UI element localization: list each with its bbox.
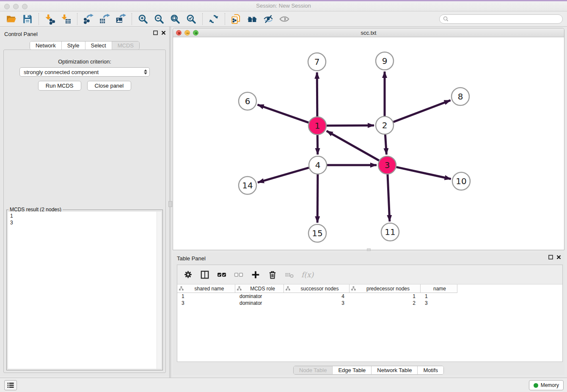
- export-image-icon[interactable]: [113, 13, 128, 25]
- network-resize-grip[interactable]: [367, 248, 371, 251]
- graph-edge-4-14[interactable]: [258, 168, 309, 182]
- status-bar: Memory: [0, 378, 567, 392]
- run-mcds-button[interactable]: Run MCDS: [38, 81, 81, 91]
- mcds-result-lines: 13: [10, 213, 154, 226]
- cell-name[interactable]: 1: [421, 293, 457, 299]
- export-network-icon[interactable]: [81, 13, 96, 25]
- result-scrollbar[interactable]: [157, 212, 161, 369]
- zoom-selected-icon[interactable]: [184, 13, 198, 25]
- cell-shared-name[interactable]: 1: [177, 293, 235, 299]
- network-graph[interactable]: 1234678910111415: [173, 37, 564, 250]
- control-panel: Control Panel NetworkStyleSelectMCDS Opt…: [0, 28, 169, 376]
- cell-predecessor-nodes[interactable]: 1: [350, 293, 421, 299]
- window-title: Session: New Session: [0, 3, 567, 9]
- cell-successor-nodes[interactable]: 3: [284, 300, 350, 306]
- task-history-button[interactable]: [4, 380, 17, 390]
- network-window-titlebar[interactable]: scc.txt: [173, 28, 564, 37]
- close-panel-icon[interactable]: [161, 30, 166, 35]
- divider-grip[interactable]: [168, 201, 172, 207]
- close-panel-button[interactable]: Close panel: [87, 81, 132, 91]
- search-field[interactable]: [439, 14, 563, 24]
- main-toolbar: [0, 11, 567, 27]
- show-all-networks-icon[interactable]: [245, 13, 259, 25]
- graph-edge-2-8[interactable]: [394, 100, 451, 122]
- zoom-out-icon[interactable]: [152, 13, 166, 25]
- network-canvas[interactable]: 1234678910111415: [173, 37, 564, 250]
- deselect-all-rows-icon[interactable]: [234, 270, 244, 280]
- column-header-name[interactable]: name: [421, 284, 457, 293]
- export-table-icon[interactable]: [97, 13, 112, 25]
- cell-predecessor-nodes[interactable]: 2: [350, 300, 421, 306]
- tab-node-table[interactable]: Node Table: [294, 366, 333, 374]
- close-table-panel-icon[interactable]: [556, 255, 561, 259]
- graph-node-label-14: 14: [242, 180, 253, 190]
- select-all-rows-icon[interactable]: [217, 270, 227, 280]
- delete-rows-icon[interactable]: [267, 270, 278, 280]
- column-header-shared-name[interactable]: shared name: [177, 284, 235, 293]
- tab-network-table[interactable]: Network Table: [372, 366, 418, 374]
- graph-edge-3-1[interactable]: [327, 131, 379, 160]
- tab-style[interactable]: Style: [62, 41, 85, 50]
- cell-mcds-role[interactable]: dominator: [235, 293, 284, 299]
- cell-successor-nodes[interactable]: 4: [284, 293, 350, 299]
- tab-edge-table[interactable]: Edge Table: [333, 366, 372, 374]
- memory-button[interactable]: Memory: [529, 380, 564, 390]
- panel-divider[interactable]: [169, 27, 171, 378]
- tab-mcds[interactable]: MCDS: [112, 41, 139, 50]
- optimization-criterion-select[interactable]: strongly connected component: [19, 67, 150, 77]
- open-session-icon[interactable]: [4, 13, 19, 25]
- column-type-icon: [237, 286, 242, 291]
- table-panel-title: Table Panel: [177, 255, 206, 262]
- table-options-icon[interactable]: [183, 270, 193, 280]
- graph-edge-3-10[interactable]: [396, 167, 451, 179]
- graph-edge-3-11[interactable]: [388, 174, 390, 221]
- window-top-accent: [0, 0, 567, 1]
- function-builder-icon: f(x): [301, 271, 314, 279]
- toolbar-separator: [77, 13, 77, 25]
- float-table-panel-icon[interactable]: [548, 255, 553, 259]
- optimization-criterion-label: Optimization criterion:: [4, 58, 165, 65]
- clone-network-icon[interactable]: [229, 13, 243, 25]
- hide-graphics-details-icon[interactable]: [261, 13, 275, 25]
- column-header-predecessor-nodes[interactable]: predecessor nodes: [350, 284, 421, 293]
- add-row-icon[interactable]: [250, 270, 261, 280]
- apply-layout-icon[interactable]: [206, 13, 221, 25]
- graph-edge-4-15[interactable]: [317, 174, 318, 223]
- column-header-successor-nodes[interactable]: successor nodes: [284, 284, 350, 293]
- cell-name[interactable]: 3: [421, 300, 457, 306]
- tab-network[interactable]: Network: [30, 41, 62, 50]
- float-panel-icon[interactable]: [153, 30, 158, 35]
- graph-node-label-1: 1: [315, 121, 320, 131]
- graph-node-label-8: 8: [458, 91, 463, 102]
- save-session-icon[interactable]: [20, 13, 35, 25]
- graph-node-label-10: 10: [456, 176, 466, 186]
- graph-edge-1-6[interactable]: [258, 105, 309, 122]
- tab-select[interactable]: Select: [85, 41, 112, 50]
- toolbar-separator: [202, 13, 203, 25]
- table-row[interactable]: 3dominator323: [177, 300, 562, 306]
- zoom-fit-icon[interactable]: [168, 13, 182, 25]
- search-input[interactable]: [451, 16, 559, 22]
- network-window: scc.txt 1234678910111415: [173, 28, 564, 250]
- column-visibility-icon[interactable]: [200, 270, 210, 280]
- column-header-mcds-role[interactable]: MCDS role: [235, 284, 284, 293]
- graph-node-label-6: 6: [245, 96, 250, 106]
- graph-edge-1-2[interactable]: [327, 125, 374, 126]
- table-row[interactable]: 1dominator411: [177, 293, 562, 300]
- table-tabbar: Node TableEdge TableNetwork TableMotifs: [293, 366, 444, 375]
- column-type-icon: [179, 286, 184, 291]
- import-network-icon[interactable]: [43, 13, 57, 25]
- import-table-icon[interactable]: [59, 13, 73, 25]
- cell-shared-name[interactable]: 3: [177, 300, 235, 306]
- table-rows: 1dominator4113dominator323: [177, 293, 562, 306]
- graph-edge-2-3[interactable]: [385, 135, 386, 155]
- result-line: 3: [10, 219, 154, 226]
- column-type-icon: [351, 286, 356, 291]
- cell-mcds-role[interactable]: dominator: [235, 300, 284, 306]
- desktop: Control Panel NetworkStyleSelectMCDS Opt…: [0, 27, 567, 378]
- titlebar: Session: New Session: [0, 0, 567, 11]
- graph-edge-1-7[interactable]: [317, 72, 317, 116]
- mcds-result-area[interactable]: 13: [8, 212, 161, 369]
- tab-motifs[interactable]: Motifs: [418, 366, 443, 374]
- zoom-in-icon[interactable]: [136, 13, 150, 25]
